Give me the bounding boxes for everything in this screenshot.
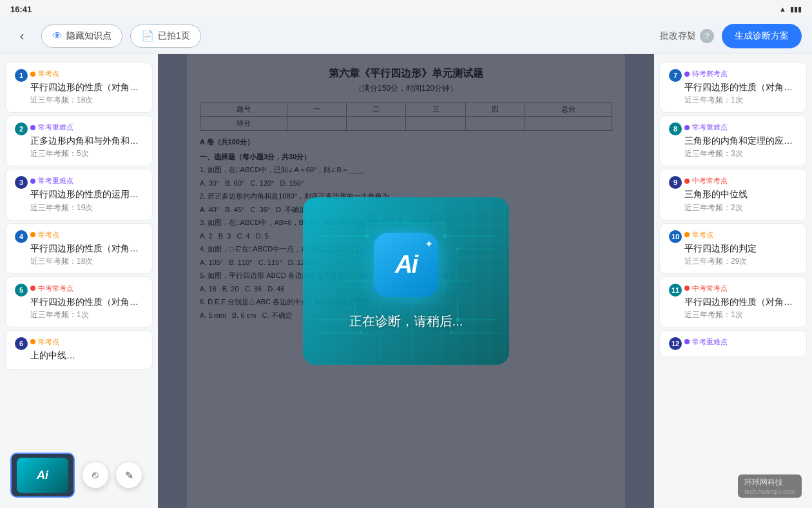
edit-icon: ✎ <box>125 469 133 482</box>
ai-card: Ai ✦ 正在诊断，请稍后... <box>303 197 509 365</box>
list-item[interactable]: 7 待考察考点 平行四边形的性质（对角… 近三年考频：1次 <box>659 62 807 113</box>
watermark-brand: 环球网科技 <box>744 477 795 488</box>
thumbnail-text: Ai <box>37 469 48 482</box>
item-freq: 近三年考频：29次 <box>684 256 797 267</box>
item-title: 正多边形内角和与外角和… <box>30 135 143 146</box>
item-title: 平行四边形的判定 <box>684 242 797 254</box>
item-number: 3 <box>15 176 28 189</box>
list-item[interactable]: 8 常考重难点 三角形的内角和定理的应… 近三年考频：3次 <box>659 115 807 166</box>
item-number: 11 <box>669 284 682 297</box>
item-number: 8 <box>669 122 682 135</box>
item-title: 三角形的中位线 <box>684 188 797 200</box>
list-item[interactable]: 10 常考点 平行四边形的判定 近三年考频：29次 <box>659 223 807 274</box>
badge-text: 中考常考点 <box>692 284 728 293</box>
generate-btn[interactable]: 生成诊断方案 <box>722 24 802 48</box>
item-number: 12 <box>669 337 682 350</box>
list-item[interactable]: 5 中考常考点 平行四边形的性质（对角… 近三年考频：1次 <box>5 277 153 327</box>
item-freq: 近三年考频：1次 <box>684 309 797 320</box>
help-circle-button[interactable]: ? <box>700 29 714 43</box>
help-area: 批改存疑 ? <box>660 29 714 43</box>
ai-overlay: Ai ✦ 正在诊断，请稍后... <box>158 54 654 508</box>
item-title: 平行四边形的性质（对角… <box>30 242 143 254</box>
right-sidebar: 7 待考察考点 平行四边形的性质（对角… 近三年考频：1次 8 常考重难点 <box>654 54 812 508</box>
list-item[interactable]: 12 常考重难点 <box>659 330 807 357</box>
item-freq: 近三年考频：18次 <box>30 95 143 106</box>
center-doc: 第六章《平行四边形》单元测试题 （满分150分，时间120分钟） 题号一二三四总… <box>158 54 654 508</box>
left-sidebar: 1 常考点 平行四边形的性质（对角… 近三年考频：18次 2 常考重难点 <box>0 54 158 508</box>
watermark-url: tech.huanqiu.com <box>744 488 795 495</box>
main-content: 1 常考点 平行四边形的性质（对角… 近三年考频：18次 2 常考重难点 <box>0 54 812 508</box>
wifi-icon: ▲ <box>779 5 786 13</box>
ai-status-text: 正在诊断，请稍后... <box>349 313 463 330</box>
badge-text: 待考察考点 <box>692 69 728 79</box>
item-number: 9 <box>669 176 682 189</box>
list-item[interactable]: 9 中考常考点 三角形的中位线 近三年考频：2次 <box>659 169 807 220</box>
item-number: 6 <box>15 337 28 350</box>
item-freq: 近三年考频：2次 <box>684 202 797 213</box>
hide-knowledge-label: 隐藏知识点 <box>66 30 111 42</box>
list-item[interactable]: 4 常考点 平行四边形的性质（对角… 近三年考频：18次 <box>5 223 153 274</box>
list-item[interactable]: 6 常考点 上的中线… <box>5 330 153 370</box>
item-title: 平行四边形的性质（对角… <box>684 296 797 308</box>
item-title: 三角形的内角和定理的应… <box>684 135 797 146</box>
item-freq: 近三年考频：5次 <box>30 148 143 159</box>
item-freq: 近三年考频：3次 <box>684 148 797 159</box>
item-title: 上的中线… <box>30 349 143 361</box>
item-number: 2 <box>15 122 28 135</box>
item-freq: 近三年考频：19次 <box>30 202 143 213</box>
item-number: 10 <box>669 230 682 243</box>
svg-point-23 <box>450 331 452 334</box>
badge-text: 常考点 <box>692 230 713 240</box>
svg-point-6 <box>353 248 356 250</box>
item-number: 4 <box>15 230 28 243</box>
item-freq: 近三年考频：1次 <box>684 95 797 106</box>
status-bar: 16:41 ▲ ▮▮▮ <box>0 0 812 18</box>
photo-count-label: 已拍1页 <box>158 30 190 42</box>
item-title: 平行四边形的性质的运用… <box>30 188 143 200</box>
doc-icon: 📄 <box>141 30 154 42</box>
item-number: 1 <box>15 69 28 82</box>
share-icon: ⎋ <box>92 469 99 481</box>
share-button[interactable]: ⎋ <box>82 462 108 488</box>
svg-point-18 <box>360 331 362 334</box>
item-freq: 近三年考频：1次 <box>30 309 143 320</box>
watermark: 环球网科技 tech.huanqiu.com <box>738 474 802 498</box>
thumbnail-inner: Ai <box>17 458 68 493</box>
status-time: 16:41 <box>10 5 32 14</box>
list-item[interactable]: 3 常考重难点 平行四边形的性质的运用… 近三年考频：19次 <box>5 169 153 220</box>
item-title: 平行四边形的性质（对角… <box>30 81 143 93</box>
list-item[interactable]: 1 常考点 平行四边形的性质（对角… 近三年考频：18次 <box>5 62 153 113</box>
eye-icon: 👁 <box>52 30 63 42</box>
photo-count-button[interactable]: 📄 已拍1页 <box>130 24 201 48</box>
help-label: 批改存疑 <box>660 30 696 42</box>
ai-text-logo: Ai <box>395 251 417 278</box>
status-icons: ▲ ▮▮▮ <box>779 5 802 14</box>
badge-text: 常考重难点 <box>692 122 728 132</box>
svg-point-3 <box>365 234 369 238</box>
battery-icon: ▮▮▮ <box>790 5 802 14</box>
edit-button[interactable]: ✎ <box>116 462 142 488</box>
thumbnail-card[interactable]: Ai <box>10 453 75 498</box>
svg-point-13 <box>456 248 459 250</box>
ai-sparkle: ✦ <box>425 238 433 250</box>
list-item[interactable]: 11 中考常考点 平行四边形的性质（对角… 近三年考频：1次 <box>659 277 807 327</box>
badge-text: 常考重难点 <box>38 176 73 186</box>
badge-text: 常考重难点 <box>692 337 728 347</box>
item-title: 平行四边形的性质（对角… <box>30 296 143 308</box>
item-number: 7 <box>669 69 682 82</box>
hide-knowledge-button[interactable]: 👁 隐藏知识点 <box>41 24 122 48</box>
badge-text: 常考重难点 <box>38 122 73 132</box>
back-button[interactable]: ‹ <box>10 24 34 48</box>
badge-text: 常考点 <box>38 69 59 79</box>
list-item[interactable]: 2 常考重难点 正多边形内角和与外角和… 近三年考频：5次 <box>5 115 153 166</box>
badge-text: 中考常考点 <box>38 284 73 293</box>
bottom-bar: Ai ⎋ ✎ <box>10 453 142 498</box>
ai-icon-container: Ai ✦ <box>374 233 438 297</box>
badge-text: 中考常考点 <box>692 176 728 186</box>
top-bar: ‹ 👁 隐藏知识点 📄 已拍1页 批改存疑 ? 生成诊断方案 <box>0 18 812 54</box>
svg-point-10 <box>443 234 447 238</box>
item-freq: 近三年考频：18次 <box>30 256 143 267</box>
badge-text: 常考点 <box>38 337 59 347</box>
badge-text: 常考点 <box>38 230 59 240</box>
item-title: 平行四边形的性质（对角… <box>684 81 797 93</box>
